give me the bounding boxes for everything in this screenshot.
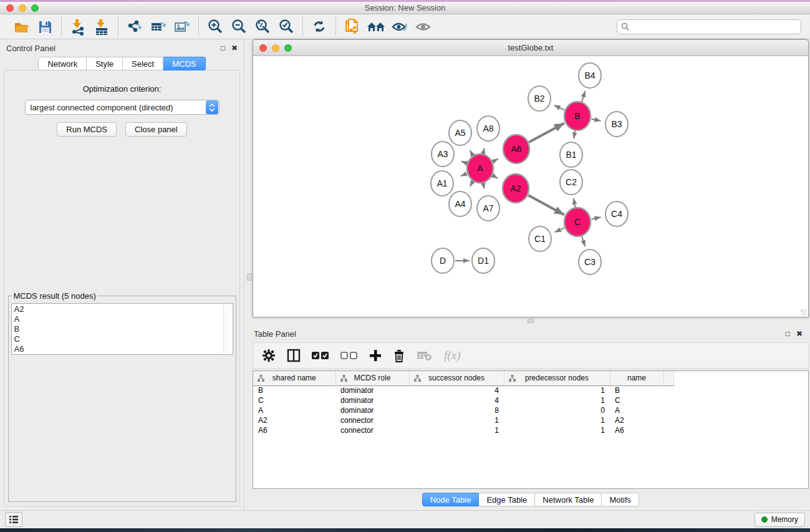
column-header-shared-name[interactable]: shared name [253,371,335,385]
mcds-result-item[interactable]: B [14,324,233,334]
edge-A-A3[interactable] [461,161,467,163]
edge-A-A1[interactable] [461,173,467,176]
mcds-result-list[interactable]: A2ABCA6 [11,303,233,355]
node-C[interactable]: C [564,208,591,236]
edge-A-A5[interactable] [470,150,473,156]
zoom-fit-icon[interactable] [252,17,273,37]
table-cell[interactable]: A6 [253,425,335,435]
node-A3[interactable]: A3 [432,142,454,167]
table-cell[interactable]: 1 [504,415,610,425]
table-row[interactable]: Cdominator41C [253,395,673,405]
node-A7[interactable]: A7 [477,196,499,221]
node-A8[interactable]: A8 [477,116,499,141]
edge-B-B2[interactable] [554,105,564,110]
deselect-all-checkboxes-icon[interactable] [340,351,358,360]
edge-A-A7[interactable] [483,183,485,189]
save-session-icon[interactable] [34,17,55,37]
node-B1[interactable]: B1 [560,142,582,167]
mcds-result-item[interactable]: A6 [14,344,233,354]
table-cell[interactable]: dominator [335,405,409,415]
node-A2[interactable]: A2 [503,174,529,203]
run-mcds-button[interactable]: Run MCDS [57,122,117,137]
node-B3[interactable]: B3 [605,112,628,137]
edge-B-B3[interactable] [592,119,601,121]
node-D[interactable]: D [432,248,454,273]
table-cell[interactable]: connector [335,425,409,435]
criterion-dropdown[interactable]: largest connected component (directed) [25,100,219,115]
table-cell[interactable]: 1 [504,395,610,405]
table-cell[interactable]: C [253,395,335,405]
table-cell[interactable]: A2 [610,415,663,425]
table-row[interactable]: Adominator80A [253,405,673,415]
node-A5[interactable]: A5 [449,120,471,145]
table-cell[interactable]: 1 [409,415,504,425]
node-A6[interactable]: A6 [503,135,529,163]
column-header-MCDS-role[interactable]: MCDS role [335,371,409,385]
table-cell[interactable]: A6 [610,425,663,435]
column-header-successor-nodes[interactable]: successor nodes [409,371,504,385]
table-cell[interactable]: 4 [409,385,504,395]
node-C4[interactable]: C4 [605,201,628,226]
table-row[interactable]: A6connector11A6 [253,425,673,435]
mcds-result-item[interactable]: A2 [14,304,233,314]
node-A1[interactable]: A1 [431,171,453,196]
node-C2[interactable]: C2 [560,170,582,195]
zoom-in-icon[interactable] [205,17,226,37]
import-network-icon[interactable] [67,17,89,37]
network-canvas[interactable]: B4B2BB3A8A5A6A3B1AC2A1A2A4A7C4CC1C3DD1 [253,56,808,317]
export-image-icon[interactable] [171,17,193,37]
table-row[interactable]: Bdominator41B [253,385,673,395]
zoom-out-icon[interactable] [228,17,249,37]
edge-C-C2[interactable] [574,198,575,208]
edge-A2-C[interactable] [528,195,564,215]
close-panel-button[interactable]: Close panel [125,122,187,137]
zoom-selected-icon[interactable] [276,17,297,37]
table-cell[interactable]: 8 [409,405,504,415]
table-cell[interactable]: B [610,385,663,395]
horizontal-split-divider[interactable] [244,317,810,325]
tab-mcds[interactable]: MCDS [163,57,205,70]
select-all-checkboxes-icon[interactable] [312,351,329,360]
node-table[interactable]: shared nameMCDS rolesuccessor nodesprede… [253,370,809,489]
function-builder-icon[interactable]: f(x) [444,349,460,362]
first-neighbors-icon[interactable] [365,17,387,37]
edge-A6-B[interactable] [529,123,564,142]
tab-select[interactable]: Select [123,57,163,70]
node-B4[interactable]: B4 [579,63,601,88]
edge-B-B1[interactable] [574,130,575,139]
tab-style[interactable]: Style [87,57,123,70]
table-cell[interactable]: dominator [335,385,409,395]
edge-C-C1[interactable] [555,228,564,232]
table-row[interactable]: A2connector11A2 [253,415,673,425]
edge-A-A6[interactable] [493,159,498,162]
export-network-icon[interactable] [124,17,145,37]
tab-node-table[interactable]: Node Table [422,493,480,506]
table-settings-gear-icon[interactable] [262,349,276,362]
node-A4[interactable]: A4 [449,191,471,216]
table-cell[interactable]: dominator [335,395,409,405]
node-D1[interactable]: D1 [472,248,494,273]
column-header-predecessor-nodes[interactable]: predecessor nodes [504,371,610,385]
tab-network[interactable]: Network [38,57,87,70]
open-session-icon[interactable] [11,17,32,37]
show-columns-icon[interactable] [287,349,301,362]
edge-C-C4[interactable] [592,217,601,219]
node-C1[interactable]: C1 [529,226,551,251]
new-network-from-selection-icon[interactable] [342,17,363,37]
tab-edge-table[interactable]: Edge Table [479,493,535,506]
table-cell[interactable]: B [253,385,335,395]
table-cell[interactable]: connector [335,415,409,425]
float-panel-icon[interactable]: □ [221,44,225,52]
table-cell[interactable]: 4 [409,395,504,405]
node-B2[interactable]: B2 [528,86,551,111]
edge-C-C3[interactable] [582,236,585,246]
delete-table-icon[interactable] [417,350,433,361]
table-cell[interactable]: 1 [409,425,504,435]
import-table-icon[interactable] [91,17,112,37]
close-panel-icon[interactable]: ✖ [796,329,803,338]
node-B[interactable]: B [564,102,591,130]
table-cell[interactable]: 1 [504,425,610,435]
column-header-name[interactable]: name [610,371,663,385]
delete-column-trash-icon[interactable] [393,349,405,362]
scrollbar[interactable] [223,304,232,354]
